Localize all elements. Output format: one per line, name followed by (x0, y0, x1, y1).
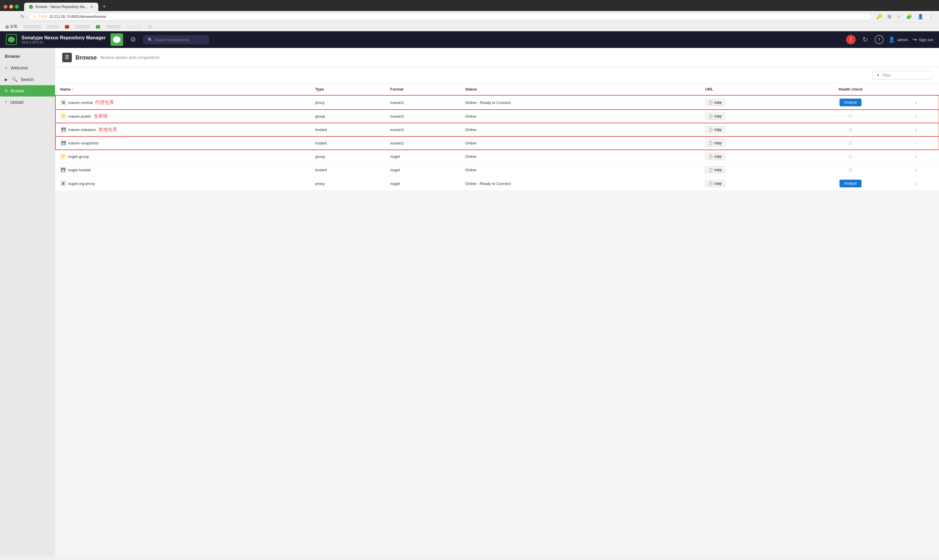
bookmarks-apps[interactable]: ⊞ 应用 (3, 23, 19, 30)
menu-icon[interactable]: ⋮ (927, 13, 936, 20)
repo-name-cell: 📁 nuget-group (55, 150, 310, 163)
repo-url-cell: 📋 copy (700, 163, 790, 177)
health-disabled-icon: ⊘ (848, 167, 853, 173)
repo-name-cell: 📁 maven-public 仓库组 (55, 109, 310, 123)
settings-button[interactable]: ⚙ (128, 33, 139, 46)
copy-url-button[interactable]: 📋 copy (705, 166, 725, 173)
sign-out-button[interactable]: ↪ Sign out (913, 36, 933, 43)
sidebar-item-search[interactable]: ▶ 🔍 Search (0, 74, 55, 85)
alert-button[interactable]: ! (846, 35, 856, 45)
address-bar[interactable]: ⚠ 不安全 10.211.55.74:8081/#browse/browse (29, 13, 872, 20)
row-arrow-icon[interactable]: › (915, 126, 917, 132)
copy-url-button[interactable]: 📋 copy (705, 153, 725, 160)
row-arrow-icon[interactable]: › (915, 180, 917, 186)
copy-url-button[interactable]: 📋 copy (705, 180, 725, 187)
row-arrow-icon[interactable]: › (915, 167, 917, 173)
tab-bar: Browse - Nexus Repository Ma... ✕ + (3, 2, 936, 11)
repo-format: nuget (385, 150, 460, 163)
sidebar-item-upload[interactable]: ↑ Upload (0, 97, 55, 108)
copy-url-button[interactable]: 📋 copy (705, 112, 725, 120)
maximize-button[interactable] (15, 5, 19, 9)
bookmark-8[interactable] (146, 23, 154, 30)
profile-icon[interactable]: 👤 (916, 13, 925, 20)
repo-name-cell: 🖥 nuget.org-proxy (55, 177, 310, 191)
repo-format: nuget (385, 163, 460, 177)
browse-nav-button[interactable] (111, 33, 123, 46)
group-repo-icon: 📁 (60, 113, 66, 119)
browser-chrome: Browse - Nexus Repository Ma... ✕ + (0, 0, 939, 11)
repo-status: Online (460, 109, 701, 123)
repo-type: hosted (310, 137, 385, 150)
sidebar-item-welcome[interactable]: ○ Welcome (0, 62, 55, 74)
content-area: 🗄 Browse Browse assets and components ▼ … (55, 48, 939, 555)
help-button[interactable]: ? (875, 35, 884, 44)
active-tab[interactable]: Browse - Nexus Repository Ma... ✕ (24, 3, 98, 11)
repo-type: proxy (310, 95, 385, 109)
copy-icon: 📋 (708, 182, 713, 186)
repo-format: maven2 (385, 109, 460, 123)
analyze-button[interactable]: Analyze (839, 98, 862, 106)
translate-icon[interactable]: ⊞ (886, 13, 893, 20)
copy-icon: 📋 (708, 100, 713, 105)
row-arrow-icon[interactable]: › (915, 154, 917, 159)
row-arrow-icon[interactable]: › (915, 113, 917, 119)
close-button[interactable] (3, 5, 8, 9)
new-tab-button[interactable]: + (100, 2, 108, 11)
row-arrow-icon[interactable]: › (915, 100, 917, 105)
search-icon: 🔍 (148, 37, 152, 42)
repo-name: nuget.org-proxy (68, 182, 95, 186)
repo-format: maven2 (385, 123, 460, 137)
search-components-box[interactable]: 🔍 Search components (143, 35, 209, 44)
sidebar: Browse ○ Welcome ▶ 🔍 Search ≡ Browse ↑ U… (0, 48, 55, 555)
table-container: Name ↑ Type Format Status (55, 83, 939, 191)
copy-url-button[interactable]: 📋 copy (705, 99, 725, 106)
bookmark-7[interactable] (125, 23, 143, 30)
bookmark-5[interactable] (94, 23, 102, 30)
col-arrow (910, 83, 939, 95)
user-avatar: 👤 (888, 36, 895, 43)
repo-format: maven2 (385, 137, 460, 150)
apps-grid-icon: ⊞ (5, 25, 9, 29)
analyze-button[interactable]: Analyze (839, 180, 862, 188)
bookmark-1[interactable] (22, 23, 43, 30)
toolbar: ▼ Filter (55, 67, 939, 83)
copy-label: copy (714, 182, 722, 186)
search-arrow-icon: ▶ (5, 77, 8, 82)
refresh-button[interactable]: ↻ (860, 35, 870, 45)
sidebar-welcome-label: Welcome (11, 66, 28, 70)
repo-type: hosted (310, 123, 385, 137)
copy-label: copy (714, 100, 722, 105)
repo-status: Online (460, 150, 701, 163)
col-name: Name ↑ (55, 83, 310, 95)
row-arrow-icon[interactable]: › (915, 140, 917, 146)
back-button[interactable]: ‹ (3, 14, 9, 20)
page-header: 🗄 Browse Browse assets and components (55, 48, 939, 67)
browser-nav-icons: 🔑 ⊞ ☆ 🧩 👤 ⋮ (874, 13, 936, 20)
tab-close-button[interactable]: ✕ (90, 5, 94, 9)
bookmark-4[interactable] (73, 23, 92, 30)
filter-box[interactable]: ▼ Filter (872, 71, 932, 80)
minimize-button[interactable] (9, 5, 13, 9)
sidebar-search-label: Search (20, 77, 34, 82)
copy-url-button[interactable]: 📋 copy (705, 126, 725, 133)
bookmark-6[interactable] (104, 23, 123, 30)
forward-button[interactable]: › (11, 14, 16, 20)
upload-icon: ↑ (5, 100, 7, 105)
brand-version: OSS 3.29.2-02 (22, 40, 106, 44)
key-icon[interactable]: 🔑 (874, 13, 884, 20)
username-label: admin (897, 37, 908, 42)
welcome-icon: ○ (5, 65, 8, 71)
user-section[interactable]: 👤 admin (888, 36, 908, 43)
copy-label: copy (714, 168, 722, 172)
reload-button[interactable]: ↻ (19, 13, 26, 20)
extension-icon[interactable]: 🧩 (904, 13, 914, 20)
repo-url-cell: 📋 copy (700, 177, 790, 191)
star-icon[interactable]: ☆ (895, 13, 903, 20)
bookmark-3[interactable] (63, 23, 71, 30)
sidebar-item-browse[interactable]: ≡ Browse (0, 85, 55, 97)
table-row: 📁 nuget-group group nuget Online 📋 cop (55, 150, 939, 163)
search-icon: 🔍 (12, 77, 18, 82)
health-disabled-icon: ⊘ (848, 140, 853, 146)
copy-url-button[interactable]: 📋 copy (705, 139, 725, 146)
bookmark-2[interactable] (45, 23, 61, 30)
